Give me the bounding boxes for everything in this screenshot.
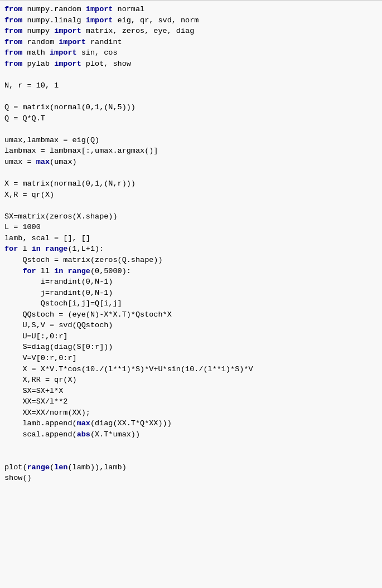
code-line: XX=SX/l**2 bbox=[4, 396, 378, 407]
code-token: import bbox=[54, 27, 81, 35]
code-token: (umax) bbox=[50, 158, 77, 166]
code-line: lamb.append(max(diag(XX.T*Q*XX))) bbox=[4, 418, 378, 429]
code-line: for ll in range(0,5000): bbox=[4, 266, 378, 277]
code-token: lambmax = lambmax[:,umax.argmax()] bbox=[4, 147, 158, 155]
code-token: from bbox=[4, 60, 22, 68]
code-line: V=V[0:r,0:r] bbox=[4, 353, 378, 364]
code-token: umax = bbox=[4, 158, 36, 166]
code-token: (lamb)),lamb) bbox=[67, 463, 126, 472]
code-line: N, r = 10, 1 bbox=[4, 80, 378, 91]
code-line: from numpy.linalg import eig, qr, svd, n… bbox=[4, 15, 378, 26]
code-token: normal bbox=[113, 5, 144, 13]
code-token: from bbox=[4, 27, 22, 35]
code-token: ( bbox=[50, 463, 54, 472]
code-line: from random import randint bbox=[4, 37, 378, 48]
code-token: numpy bbox=[22, 27, 54, 35]
code-line bbox=[4, 451, 378, 462]
code-token: pylab bbox=[22, 60, 54, 68]
code-token: XX=SX/l**2 bbox=[4, 397, 67, 406]
code-token: S=diag(diag(S[0:r])) bbox=[4, 343, 113, 351]
code-line: scal.append(abs(X.T*umax)) bbox=[4, 429, 378, 440]
code-token: from bbox=[4, 48, 22, 57]
code-token: for bbox=[4, 245, 18, 253]
code-token: plot( bbox=[4, 463, 27, 472]
code-line: QQstoch = (eye(N)-X*X.T)*Qstoch*X bbox=[4, 309, 378, 320]
code-token: (X.T*umax)) bbox=[90, 430, 140, 439]
code-token: i=randint(0,N-1) bbox=[4, 278, 113, 286]
code-token: umax,lambmax = eig(Q) bbox=[4, 136, 99, 144]
code-container: from numpy.random import normalfrom nump… bbox=[0, 0, 382, 588]
code-line: for l in range(1,L+1): bbox=[4, 244, 378, 255]
code-token: from bbox=[4, 16, 22, 25]
code-token: math bbox=[22, 48, 50, 57]
code-line: XX=XX/norm(XX); bbox=[4, 407, 378, 419]
code-token: sin, cos bbox=[77, 48, 118, 57]
code-token: randint bbox=[86, 38, 122, 46]
code-token: L = 1000 bbox=[4, 223, 41, 231]
code-token: import bbox=[86, 5, 113, 13]
code-line: lamb, scal = [], [] bbox=[4, 233, 378, 244]
code-token: N, r = 10, 1 bbox=[4, 81, 59, 90]
code-line bbox=[4, 124, 378, 135]
code-token: Qstoch = matrix(zeros(Q.shape)) bbox=[4, 256, 163, 264]
code-token: j=randint(0,N-1) bbox=[4, 289, 113, 297]
code-token: import bbox=[59, 38, 86, 46]
code-token: Qstoch[i,j]=Q[i,j] bbox=[4, 299, 122, 308]
code-line: U=U[:,0:r] bbox=[4, 331, 378, 342]
code-line: SX=SX+l*X bbox=[4, 386, 378, 397]
code-token: X,RR = qr(X) bbox=[4, 376, 77, 384]
code-line: from math import sin, cos bbox=[4, 47, 378, 59]
code-token: QQstoch = (eye(N)-X*X.T)*Qstoch*X bbox=[4, 310, 172, 319]
code-line: from numpy import matrix, zeros, eye, di… bbox=[4, 26, 378, 37]
code-line: X = X*V.T*cos(10./(l**1)*S)*V+U*sin(10./… bbox=[4, 364, 378, 375]
code-token: in bbox=[32, 245, 41, 253]
code-block: from numpy.random import normalfrom nump… bbox=[4, 4, 378, 484]
code-token: max bbox=[36, 158, 50, 166]
code-line: show() bbox=[4, 473, 378, 484]
code-token: XX=XX/norm(XX); bbox=[4, 409, 90, 417]
code-token: range bbox=[45, 245, 68, 253]
code-token: Q = Q*Q.T bbox=[4, 114, 45, 123]
code-token: matrix, zeros, eye, diag bbox=[81, 27, 195, 35]
code-token: range bbox=[67, 267, 90, 275]
code-line: Qstoch[i,j]=Q[i,j] bbox=[4, 298, 378, 309]
code-token: max bbox=[77, 419, 90, 427]
code-token: U=U[:,0:r] bbox=[4, 332, 67, 341]
code-token: numpy.linalg bbox=[22, 16, 85, 25]
code-token: lamb, scal = [], [] bbox=[4, 234, 90, 242]
code-token: SX=matrix(zeros(X.shape)) bbox=[4, 212, 118, 221]
code-line: j=randint(0,N-1) bbox=[4, 288, 378, 299]
code-line: Q = Q*Q.T bbox=[4, 113, 378, 124]
code-token: abs bbox=[77, 430, 90, 439]
code-token: lamb.append( bbox=[4, 419, 77, 427]
code-line bbox=[4, 69, 378, 80]
code-token: Q = matrix(normal(0,1,(N,5))) bbox=[4, 103, 136, 111]
code-line: Q = matrix(normal(0,1,(N,5))) bbox=[4, 102, 378, 113]
code-token bbox=[41, 245, 45, 253]
code-line: U,S,V = svd(QQstoch) bbox=[4, 320, 378, 331]
code-token: import bbox=[54, 60, 81, 68]
code-token: scal.append( bbox=[4, 430, 77, 439]
code-token: import bbox=[86, 16, 113, 25]
code-token: X = X*V.T*cos(10./(l**1)*S)*V+U*sin(10./… bbox=[4, 365, 253, 373]
code-line: i=randint(0,N-1) bbox=[4, 276, 378, 288]
code-token: ll bbox=[36, 267, 54, 275]
code-line: X,R = qr(X) bbox=[4, 189, 378, 201]
code-token: (1,L+1): bbox=[67, 245, 104, 253]
code-token: U,S,V = svd(QQstoch) bbox=[4, 321, 113, 329]
code-line: from pylab import plot, show bbox=[4, 59, 378, 70]
code-token: for bbox=[22, 267, 36, 275]
code-token: X,R = qr(X) bbox=[4, 191, 54, 199]
code-token: import bbox=[50, 48, 77, 57]
code-line bbox=[4, 167, 378, 178]
code-token: random bbox=[22, 38, 59, 46]
code-line bbox=[4, 440, 378, 451]
code-line: from numpy.random import normal bbox=[4, 4, 378, 15]
code-line: SX=matrix(zeros(X.shape)) bbox=[4, 211, 378, 222]
code-token: len bbox=[54, 463, 67, 472]
code-token: (0,5000): bbox=[90, 267, 131, 275]
code-line: L = 1000 bbox=[4, 222, 378, 233]
code-token: numpy.random bbox=[22, 5, 85, 13]
code-line: Qstoch = matrix(zeros(Q.shape)) bbox=[4, 255, 378, 266]
code-line bbox=[4, 91, 378, 103]
